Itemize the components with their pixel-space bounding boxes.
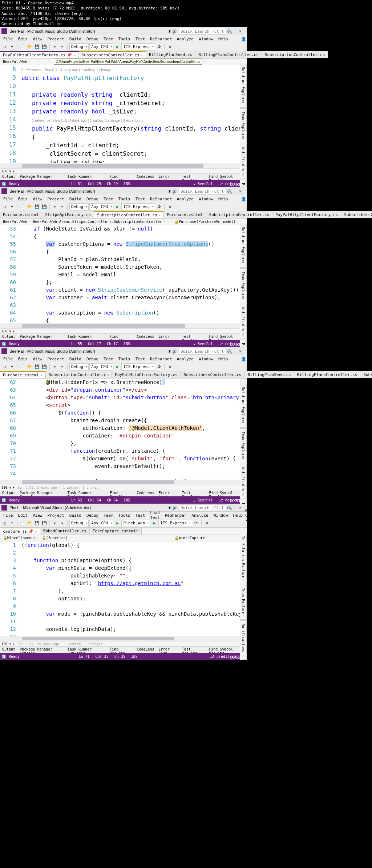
search-icon[interactable]: 🔍 bbox=[227, 349, 232, 354]
status-proj[interactable]: ☁ BeerPal bbox=[190, 182, 216, 186]
tab-billingplanscontroller[interactable]: BillingPlansController.cs bbox=[294, 371, 361, 378]
menu-analyze[interactable]: Analyze bbox=[174, 36, 196, 42]
quick-launch-input[interactable] bbox=[179, 504, 226, 511]
redo-button[interactable]: ↷ bbox=[59, 364, 65, 370]
menu-tools[interactable]: Tools bbox=[116, 36, 133, 42]
sidetab-se[interactable]: Solution Explorer bbox=[240, 64, 247, 107]
menu-file[interactable]: File bbox=[1, 36, 16, 42]
tab-pmc[interactable]: Package Manager Console bbox=[17, 334, 65, 340]
menu-tools[interactable]: Tools bbox=[116, 512, 133, 519]
menu-window[interactable]: Window bbox=[211, 512, 231, 519]
platform-combo[interactable]: Any CPU bbox=[89, 43, 113, 51]
config-combo[interactable]: Debug bbox=[69, 43, 89, 51]
back-button[interactable]: ◯ bbox=[1, 364, 8, 370]
quick-launch-input[interactable] bbox=[179, 188, 226, 195]
quick-launch-input[interactable] bbox=[179, 28, 226, 35]
save-all-button[interactable]: 💾 bbox=[41, 44, 48, 50]
tab-output[interactable]: Output bbox=[0, 490, 17, 496]
start-button[interactable]: ▶ bbox=[114, 364, 121, 370]
undo-button[interactable]: ↶ bbox=[52, 520, 58, 527]
menu-edit[interactable]: Edit bbox=[16, 196, 31, 202]
new-item-button[interactable]: 📄 bbox=[19, 364, 26, 370]
config-combo[interactable]: Debug bbox=[69, 363, 89, 371]
hscrollbar[interactable] bbox=[0, 323, 247, 328]
tab-pmc[interactable]: Package Manager Console bbox=[17, 174, 65, 180]
tab-paypalhttpclientfactory[interactable]: PayPalHttpClientFactory.cs📌✕ bbox=[0, 51, 79, 58]
flag-icon[interactable]: ▼ bbox=[168, 505, 171, 510]
menu-debug[interactable]: Debug bbox=[84, 512, 101, 519]
tab-billingplanseed[interactable]: BillingPlanSeed.cs bbox=[146, 51, 195, 58]
forward-button[interactable]: ▾ bbox=[9, 520, 15, 527]
tab-tre[interactable]: Task Runner Explorer bbox=[65, 334, 108, 340]
menu-help[interactable]: Help bbox=[216, 356, 231, 362]
tab-subscriptioncontroller-2[interactable]: SubscriptionController.cs bbox=[360, 371, 372, 378]
start-button[interactable]: ▶ bbox=[114, 44, 121, 50]
menu-help[interactable]: Help bbox=[216, 196, 231, 202]
tab-billingplanscontroller[interactable]: BillingPlansController.cs bbox=[195, 51, 262, 58]
platform-combo[interactable]: Any CPU bbox=[89, 520, 113, 527]
tab-fr[interactable]: Find Results bbox=[108, 647, 134, 653]
new-item-button[interactable]: 📄 bbox=[19, 520, 26, 527]
menu-file[interactable]: File bbox=[1, 512, 16, 519]
ext-button[interactable]: ⚙ bbox=[166, 204, 173, 210]
bc-project[interactable]: BeerPal.Web bbox=[1, 60, 31, 64]
menu-resharper[interactable]: ReSharper bbox=[162, 512, 189, 519]
tab-tre[interactable]: Task Runner Explorer bbox=[65, 490, 108, 496]
menu-team[interactable]: Team bbox=[101, 36, 116, 42]
open-button[interactable]: 📂 bbox=[27, 364, 33, 370]
menu-edit[interactable]: Edit bbox=[16, 356, 31, 362]
menu-analyze[interactable]: Analyze bbox=[189, 512, 211, 519]
refresh-button[interactable]: ⟳ bbox=[156, 364, 162, 370]
menu-file[interactable]: File bbox=[1, 196, 16, 202]
status-proj[interactable]: ☁ BeerPal bbox=[190, 498, 216, 502]
refresh-button[interactable]: ⟳ bbox=[193, 520, 199, 527]
feedback-icon[interactable]: 🔊 bbox=[172, 505, 177, 510]
tab-cl[interactable]: CodeLens bbox=[134, 334, 156, 340]
titlebar[interactable]: BeerPal - Microsoft Visual Studio (Admin… bbox=[0, 187, 247, 195]
menu-window[interactable]: Window bbox=[196, 356, 216, 362]
menu-tools[interactable]: Tools bbox=[116, 356, 133, 362]
menu-team[interactable]: Team bbox=[101, 196, 116, 202]
close-button[interactable]: ✕ bbox=[235, 28, 246, 35]
launch-combo[interactable]: IIS Express bbox=[121, 363, 155, 371]
sidetab-prop[interactable]: Properties bbox=[240, 656, 247, 660]
undo-button[interactable]: ↶ bbox=[52, 204, 58, 210]
save-button[interactable]: 💾 bbox=[34, 520, 40, 527]
menu-build[interactable]: Build bbox=[67, 36, 84, 42]
menu-help[interactable]: Help bbox=[230, 512, 245, 519]
back-button[interactable]: ◯ bbox=[1, 44, 8, 50]
menu-window[interactable]: Window bbox=[196, 36, 216, 42]
tab-output[interactable]: Output bbox=[0, 334, 17, 340]
close-icon[interactable]: ✕ bbox=[35, 530, 37, 533]
tab-fr[interactable]: Find Results bbox=[108, 490, 134, 496]
user-badge[interactable]: Ben Cull ▾ BC bbox=[245, 508, 255, 523]
bc-project[interactable]: 🔒 Miscellaneous bbox=[1, 536, 40, 540]
redo-button[interactable]: ↷ bbox=[59, 204, 65, 210]
titlebar[interactable]: BeerPal - Microsoft Visual Studio (Admin… bbox=[0, 27, 247, 35]
menu-test[interactable]: Test bbox=[133, 36, 148, 42]
back-button[interactable]: ◯ bbox=[1, 204, 8, 210]
hscrollbar[interactable] bbox=[0, 636, 247, 641]
menu-view[interactable]: View bbox=[30, 512, 45, 519]
menu-debug[interactable]: Debug bbox=[84, 196, 101, 202]
menu-team[interactable]: Team bbox=[101, 356, 116, 362]
pin-icon[interactable]: 📌 bbox=[28, 529, 33, 534]
undo-button[interactable]: ↶ bbox=[52, 44, 58, 50]
sidetab-not[interactable]: Notifications bbox=[240, 464, 247, 499]
sidetab-te[interactable]: Team Explorer bbox=[240, 268, 247, 303]
forward-button[interactable]: ▾ bbox=[9, 364, 15, 370]
new-item-button[interactable]: 📄 bbox=[19, 204, 26, 210]
launch-combo-2[interactable]: IIS Express bbox=[158, 520, 192, 527]
tab-tre[interactable]: Task Runner Explorer bbox=[65, 174, 108, 180]
close-button[interactable]: ✕ bbox=[235, 188, 246, 195]
flag-icon[interactable]: ▼ bbox=[168, 189, 171, 194]
tab-billingplanseed[interactable]: BillingPlanSeed.cs bbox=[244, 371, 294, 378]
tab-subscriptioncontroller[interactable]: SubscriptionController.cs bbox=[46, 371, 112, 378]
close-button[interactable]: ✕ bbox=[235, 348, 246, 355]
save-button[interactable]: 💾 bbox=[34, 204, 40, 210]
feedback-icon[interactable]: 🔊 bbox=[172, 29, 177, 34]
menu-help[interactable]: Help bbox=[216, 36, 231, 42]
sidetab-te[interactable]: Team Explorer bbox=[240, 428, 247, 463]
refresh-button[interactable]: ⟳ bbox=[156, 44, 162, 50]
menu-view[interactable]: View bbox=[30, 356, 45, 362]
